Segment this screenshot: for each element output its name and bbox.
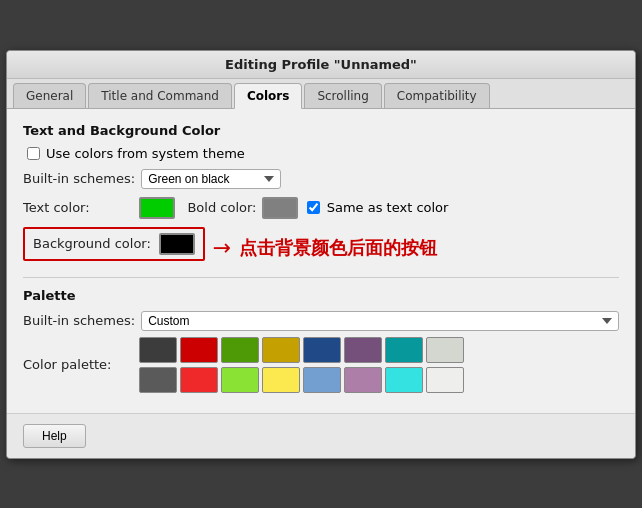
background-color-container: Background color: — [23, 227, 205, 261]
annotation-text: 点击背景颜色后面的按钮 — [239, 236, 437, 260]
dialog-window: Editing Profile "Unnamed" General Title … — [6, 50, 636, 459]
palette-swatch-0-7[interactable] — [426, 337, 464, 363]
tab-title-command[interactable]: Title and Command — [88, 83, 232, 108]
tab-scrolling[interactable]: Scrolling — [304, 83, 381, 108]
palette-builtin-label: Built-in schemes: — [23, 313, 135, 328]
palette-swatch-0-5[interactable] — [344, 337, 382, 363]
tab-bar: General Title and Command Colors Scrolli… — [7, 79, 635, 109]
palette-swatches-container — [139, 337, 464, 393]
text-color-label: Text color: — [23, 200, 133, 215]
tab-compatibility[interactable]: Compatibility — [384, 83, 490, 108]
annotation-arrow: → — [213, 235, 231, 260]
use-system-theme-checkbox[interactable] — [27, 147, 40, 160]
text-bold-color-row: Text color: Bold color: Same as text col… — [23, 197, 619, 219]
builtin-schemes-select[interactable]: Green on black — [141, 169, 281, 189]
palette-builtin-row: Built-in schemes: Custom — [23, 311, 619, 331]
text-color-swatch[interactable] — [139, 197, 175, 219]
same-as-text-label: Same as text color — [327, 200, 449, 215]
title-bar: Editing Profile "Unnamed" — [7, 51, 635, 79]
tab-general[interactable]: General — [13, 83, 86, 108]
palette-swatch-1-6[interactable] — [385, 367, 423, 393]
help-button[interactable]: Help — [23, 424, 86, 448]
palette-builtin-select[interactable]: Custom — [141, 311, 619, 331]
palette-swatch-1-7[interactable] — [426, 367, 464, 393]
palette-swatch-1-1[interactable] — [180, 367, 218, 393]
section-text-bg-title: Text and Background Color — [23, 123, 619, 138]
palette-swatch-0-3[interactable] — [262, 337, 300, 363]
palette-section: Palette Built-in schemes: Custom Color p… — [23, 288, 619, 393]
background-color-row: Background color: → 点击背景颜色后面的按钮 — [23, 227, 619, 269]
palette-swatch-0-4[interactable] — [303, 337, 341, 363]
use-system-theme-label: Use colors from system theme — [46, 146, 245, 161]
builtin-schemes-label: Built-in schemes: — [23, 171, 135, 186]
footer: Help — [7, 413, 635, 458]
tab-colors[interactable]: Colors — [234, 83, 302, 109]
palette-swatch-1-3[interactable] — [262, 367, 300, 393]
palette-swatch-1-5[interactable] — [344, 367, 382, 393]
content-area: Text and Background Color Use colors fro… — [7, 109, 635, 413]
palette-title: Palette — [23, 288, 619, 303]
palette-swatch-0-1[interactable] — [180, 337, 218, 363]
palette-colors-row: Color palette: — [23, 337, 619, 393]
palette-swatch-1-0[interactable] — [139, 367, 177, 393]
window-title: Editing Profile "Unnamed" — [225, 57, 417, 72]
background-color-swatch[interactable] — [159, 233, 195, 255]
same-as-text-checkbox[interactable] — [307, 201, 320, 214]
same-as-text-row: Same as text color — [307, 200, 449, 215]
bold-color-swatch[interactable] — [262, 197, 298, 219]
palette-swatch-1-2[interactable] — [221, 367, 259, 393]
palette-swatch-0-0[interactable] — [139, 337, 177, 363]
palette-row-2 — [139, 367, 464, 393]
palette-swatch-1-4[interactable] — [303, 367, 341, 393]
palette-row-1 — [139, 337, 464, 363]
color-palette-label: Color palette: — [23, 357, 133, 372]
bold-color-label: Bold color: — [187, 200, 256, 215]
builtin-schemes-row: Built-in schemes: Green on black — [23, 169, 619, 189]
palette-swatch-0-6[interactable] — [385, 337, 423, 363]
use-system-theme-row: Use colors from system theme — [27, 146, 619, 161]
divider — [23, 277, 619, 278]
background-color-label: Background color: — [33, 236, 151, 251]
palette-swatch-0-2[interactable] — [221, 337, 259, 363]
